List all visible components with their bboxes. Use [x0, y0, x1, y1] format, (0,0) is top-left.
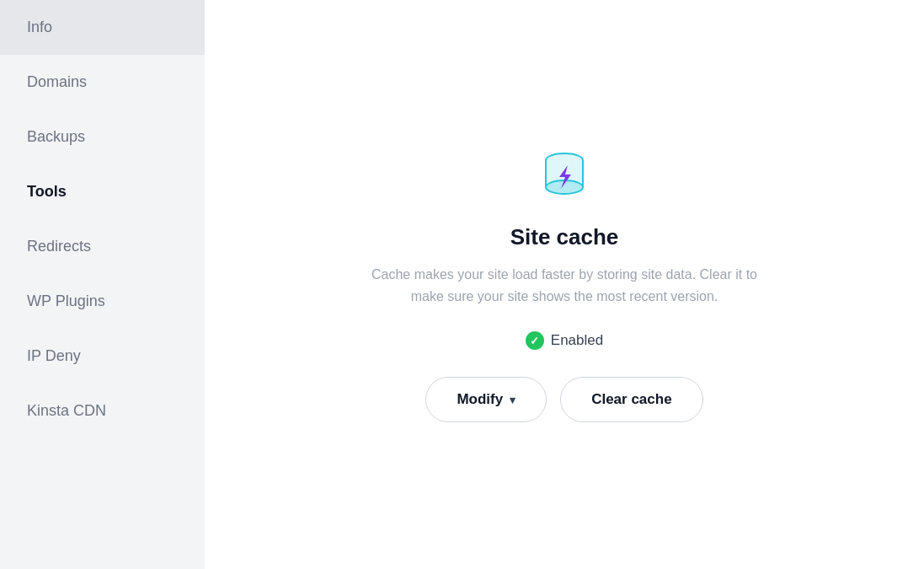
clear-cache-button[interactable]: Clear cache — [560, 377, 702, 422]
sidebar-item-label: Info — [27, 19, 52, 35]
status-badge: Enabled — [526, 331, 603, 350]
card-description: Cache makes your site load faster by sto… — [362, 264, 766, 309]
modify-button[interactable]: Modify ▾ — [425, 377, 547, 422]
sidebar: Info Domains Backups Tools Redirects WP … — [0, 0, 205, 569]
sidebar-item-label: Kinsta CDN — [27, 402, 106, 419]
status-text: Enabled — [551, 332, 603, 349]
sidebar-item-info[interactable]: Info — [0, 0, 205, 55]
sidebar-item-label: WP Plugins — [27, 293, 105, 309]
sidebar-item-redirects[interactable]: Redirects — [0, 219, 205, 274]
sidebar-item-label: Tools — [27, 183, 67, 200]
sidebar-item-ip-deny[interactable]: IP Deny — [0, 329, 205, 384]
modify-button-label: Modify — [457, 391, 503, 408]
site-cache-card: Site cache Cache makes your site load fa… — [362, 147, 766, 423]
sidebar-item-backups[interactable]: Backups — [0, 110, 205, 164]
status-enabled-dot — [526, 331, 544, 350]
card-title: Site cache — [510, 224, 619, 250]
clear-cache-button-label: Clear cache — [591, 391, 671, 408]
sidebar-item-label: Domains — [27, 73, 87, 90]
chevron-down-icon: ▾ — [510, 394, 515, 406]
sidebar-item-label: IP Deny — [27, 347, 81, 364]
sidebar-item-label: Backups — [27, 128, 85, 145]
main-content: Site cache Cache makes your site load fa… — [205, 0, 924, 569]
sidebar-item-label: Redirects — [27, 238, 91, 255]
sidebar-item-domains[interactable]: Domains — [0, 55, 205, 110]
sidebar-item-kinsta-cdn[interactable]: Kinsta CDN — [0, 384, 205, 438]
sidebar-item-wp-plugins[interactable]: WP Plugins — [0, 274, 205, 329]
site-cache-icon — [536, 147, 593, 204]
button-row: Modify ▾ Clear cache — [425, 377, 702, 422]
sidebar-item-tools[interactable]: Tools — [0, 164, 205, 219]
